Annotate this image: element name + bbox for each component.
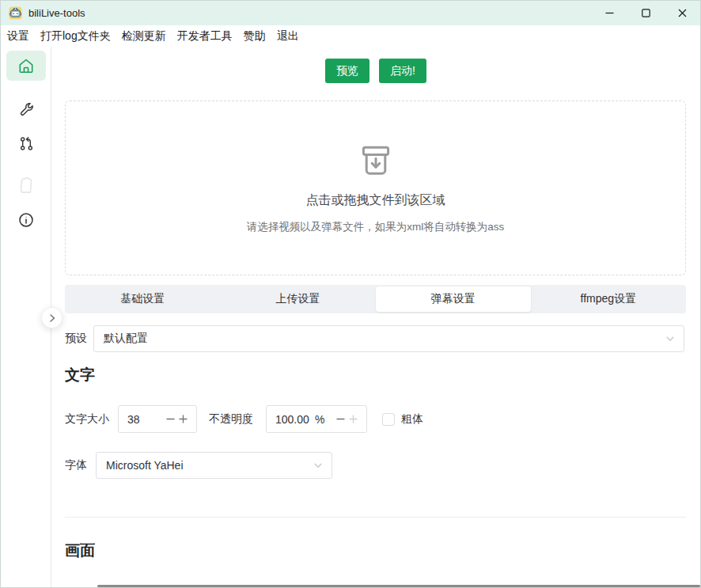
window-controls <box>591 1 700 25</box>
minus-icon <box>165 414 176 424</box>
info-icon <box>17 211 35 229</box>
font-family-select[interactable]: Microsoft YaHei <box>96 452 332 479</box>
sidebar-item-queue[interactable] <box>6 128 46 158</box>
menu-item-exit[interactable]: 退出 <box>277 29 299 44</box>
chevron-down-icon <box>665 333 676 344</box>
section-divider <box>65 517 686 518</box>
tab-danmu-settings[interactable]: 弹幕设置 <box>376 286 531 312</box>
wrench-icon <box>18 101 35 118</box>
minus-icon <box>335 414 346 424</box>
menu-item-sponsor[interactable]: 赞助 <box>244 29 266 44</box>
font-family-select-value: Microsoft YaHei <box>106 459 313 472</box>
opacity-decrease-button[interactable] <box>334 412 347 427</box>
preset-label: 预设 <box>65 332 87 346</box>
action-buttons: 预览 启动! <box>51 59 700 83</box>
app-window: biliLive-tools 设置 打开log文件夹 检测更新 开发者工具 赞助… <box>0 0 701 588</box>
window-title: biliLive-tools <box>28 7 85 19</box>
font-size-decrease-button[interactable] <box>164 412 176 427</box>
opacity-input[interactable]: % <box>266 405 367 433</box>
menu-item-check-update[interactable]: 检测更新 <box>122 29 166 44</box>
tab-basic-settings[interactable]: 基础设置 <box>65 286 220 312</box>
font-row: 字体 Microsoft YaHei <box>65 452 684 479</box>
menubar: 设置 打开log文件夹 检测更新 开发者工具 赞助 退出 <box>1 25 700 47</box>
font-size-input[interactable] <box>118 405 197 433</box>
archive-upload-icon <box>357 142 395 180</box>
menu-item-devtools[interactable]: 开发者工具 <box>177 29 233 44</box>
minimize-button[interactable] <box>591 1 627 25</box>
home-icon <box>17 57 35 74</box>
minimize-icon <box>604 8 615 18</box>
maximize-icon <box>641 8 651 18</box>
menu-item-open-log-folder[interactable]: 打开log文件夹 <box>40 29 111 44</box>
plus-icon <box>178 414 188 424</box>
sidebar-item-tools[interactable] <box>6 94 46 124</box>
app-logo-icon <box>9 6 22 20</box>
preset-row: 预设 默认配置 <box>65 325 684 352</box>
settings-tabs: 基础设置 上传设置 弹幕设置 ffmpeg设置 <box>65 285 686 313</box>
start-button[interactable]: 启动! <box>379 59 426 83</box>
close-button[interactable] <box>664 1 700 25</box>
titlebar: biliLive-tools <box>1 1 700 25</box>
chevron-right-icon <box>47 313 57 323</box>
main-content: 预览 启动! 点击或拖拽文件到该区域 请选择视频以及弹幕文件，如果为xml将自动… <box>51 47 700 587</box>
opacity-suffix: % <box>315 413 324 426</box>
git-compare-icon <box>18 135 35 152</box>
maximize-button[interactable] <box>627 1 664 25</box>
font-size-increase-button[interactable] <box>176 412 189 427</box>
sidebar-item-home[interactable] <box>6 51 46 81</box>
dropzone-hint: 请选择视频以及弹幕文件，如果为xml将自动转换为ass <box>247 220 505 234</box>
opacity-label: 不透明度 <box>209 412 253 427</box>
preview-button[interactable]: 预览 <box>325 59 369 83</box>
font-size-value[interactable] <box>127 413 164 426</box>
app-body: 预览 启动! 点击或拖拽文件到该区域 请选择视频以及弹幕文件，如果为xml将自动… <box>1 47 700 587</box>
dropzone-title: 点击或拖拽文件到该区域 <box>306 192 445 209</box>
font-size-label: 文字大小 <box>65 412 109 427</box>
bold-checkbox-label[interactable]: 粗体 <box>401 412 423 427</box>
tab-upload-settings[interactable]: 上传设置 <box>220 286 375 312</box>
file-dropzone[interactable]: 点击或拖拽文件到该区域 请选择视频以及弹幕文件，如果为xml将自动转换为ass <box>65 101 686 275</box>
preset-select-value: 默认配置 <box>104 332 665 346</box>
opacity-value[interactable] <box>275 413 313 426</box>
horizontal-scrollbar[interactable] <box>97 585 700 587</box>
preset-select[interactable]: 默认配置 <box>93 325 684 352</box>
tab-ffmpeg-settings[interactable]: ffmpeg设置 <box>531 286 686 312</box>
sidebar-expand-button[interactable] <box>41 307 63 328</box>
menu-item-settings[interactable]: 设置 <box>7 29 29 44</box>
plus-icon <box>348 414 358 424</box>
font-family-label: 字体 <box>65 458 87 472</box>
clip-icon <box>17 174 36 195</box>
screen-section-title: 画面 <box>65 541 95 561</box>
text-section-title: 文字 <box>65 365 95 385</box>
chevron-down-icon <box>313 460 324 471</box>
bold-checkbox[interactable] <box>382 413 395 426</box>
opacity-increase-button-disabled[interactable] <box>347 412 359 427</box>
close-icon <box>677 8 688 18</box>
sidebar-item-clip[interactable] <box>6 169 46 199</box>
text-controls-row: 文字大小 不透明度 % <box>65 405 684 433</box>
sidebar-item-about[interactable] <box>6 205 46 235</box>
